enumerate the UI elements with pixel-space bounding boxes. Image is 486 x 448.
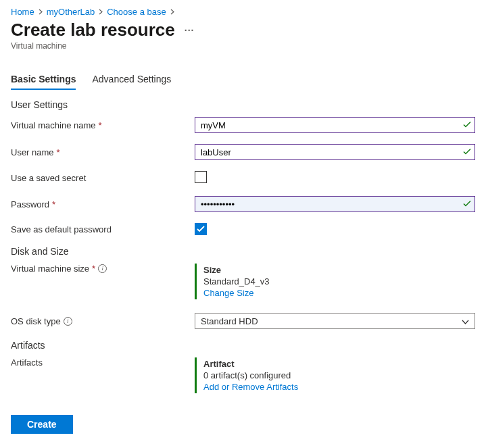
- label-use-saved-secret: Use a saved secret: [11, 173, 195, 183]
- label-vm-name: Virtual machine name *: [11, 120, 195, 130]
- tabs: Basic Settings Advanced Settings: [11, 74, 475, 90]
- artifacts-panel: Artifact 0 artifact(s) configured Add or…: [195, 357, 475, 393]
- chevron-right-icon: [170, 8, 174, 16]
- section-artifacts: Artifacts: [11, 340, 475, 351]
- breadcrumb-home[interactable]: Home: [11, 7, 34, 17]
- breadcrumb-lab[interactable]: myOtherLab: [47, 7, 95, 17]
- vm-size-value: Standard_D4_v3: [203, 276, 475, 287]
- chevron-right-icon: [99, 8, 103, 16]
- section-user-settings: User Settings: [11, 99, 475, 110]
- tab-basic-settings[interactable]: Basic Settings: [11, 74, 76, 90]
- label-password: Password *: [11, 199, 195, 209]
- use-saved-secret-checkbox[interactable]: [195, 171, 207, 183]
- required-marker: *: [52, 199, 55, 209]
- breadcrumb-choose-base[interactable]: Choose a base: [107, 7, 166, 17]
- section-disk-and-size: Disk and Size: [11, 246, 475, 257]
- save-default-password-checkbox[interactable]: [195, 223, 207, 235]
- chevron-right-icon: [39, 8, 43, 16]
- chevron-down-icon: [462, 316, 469, 326]
- required-marker: *: [92, 264, 95, 274]
- info-icon[interactable]: i: [64, 317, 72, 326]
- label-vm-size: Virtual machine size * i: [11, 264, 195, 274]
- page-title: Create lab resource: [11, 20, 175, 41]
- create-button[interactable]: Create: [11, 415, 73, 434]
- label-os-disk-type: OS disk type i: [11, 316, 195, 326]
- os-disk-type-select[interactable]: Standard HDD: [195, 313, 475, 329]
- page-title-row: Create lab resource ···: [11, 20, 475, 41]
- os-disk-type-value: Standard HDD: [201, 316, 258, 326]
- vm-size-panel: Size Standard_D4_v3 Change Size: [195, 264, 475, 299]
- breadcrumb: Home myOtherLab Choose a base: [11, 7, 475, 17]
- page-subtitle: Virtual machine: [11, 41, 475, 51]
- change-size-link[interactable]: Change Size: [203, 288, 475, 298]
- info-icon[interactable]: i: [98, 264, 107, 273]
- vm-size-panel-title: Size: [203, 265, 475, 275]
- more-actions-icon[interactable]: ···: [185, 25, 195, 36]
- add-remove-artifacts-link[interactable]: Add or Remove Artifacts: [203, 382, 475, 392]
- tab-advanced-settings[interactable]: Advanced Settings: [92, 74, 171, 90]
- label-save-default-password: Save as default password: [11, 224, 195, 234]
- label-user-name: User name *: [11, 147, 195, 157]
- required-marker: *: [99, 120, 102, 130]
- required-marker: *: [57, 147, 60, 157]
- artifacts-panel-title: Artifact: [203, 359, 475, 369]
- vm-name-input[interactable]: [195, 117, 475, 133]
- artifacts-value: 0 artifact(s) configured: [203, 370, 475, 380]
- user-name-input[interactable]: [195, 144, 475, 160]
- label-artifacts: Artifacts: [11, 357, 195, 368]
- password-input[interactable]: [195, 196, 475, 212]
